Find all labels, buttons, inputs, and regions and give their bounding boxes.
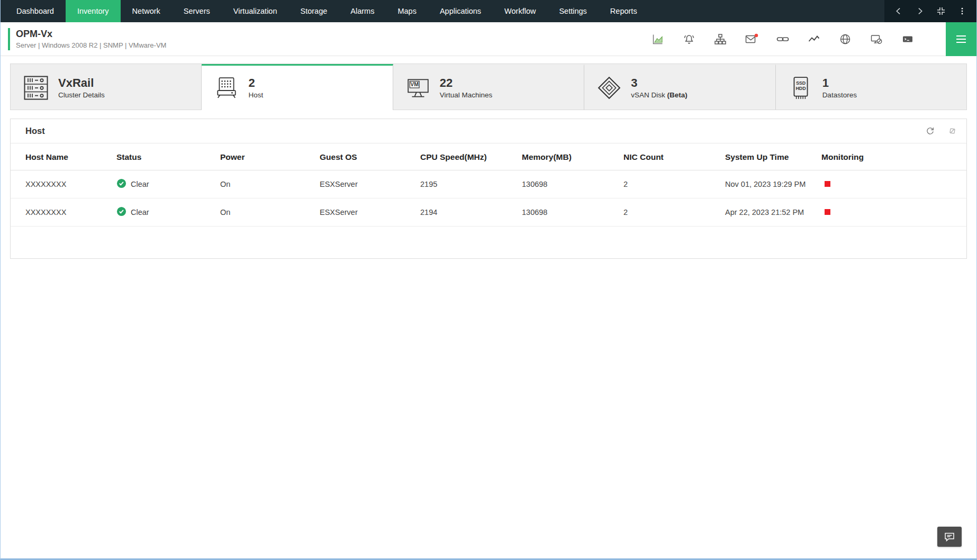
cell-status: Clear [111, 198, 215, 227]
col-status: Status [111, 143, 215, 170]
auto-refresh-icon[interactable] [949, 128, 956, 134]
cell-nic-count: 2 [618, 198, 720, 227]
globe-icon[interactable] [838, 32, 852, 46]
card-subtitle: Cluster Details [58, 91, 105, 99]
clear-status-icon [116, 178, 126, 190]
panel-title: Host [25, 126, 45, 136]
device-header: OPM-Vx Server | Windows 2008 R2 | SNMP |… [1, 22, 976, 56]
vsan-icon [597, 76, 621, 100]
nav-item-network[interactable]: Network [121, 0, 172, 22]
nav-controls [884, 0, 976, 22]
card-value: 22 [440, 76, 493, 89]
top-nav: Dashboard Inventory Network Servers Virt… [1, 0, 976, 22]
cell-monitoring [816, 170, 966, 198]
col-power: Power [215, 143, 314, 170]
panel-header: Host [11, 119, 966, 143]
cell-nic-count: 2 [618, 170, 720, 198]
cell-guest-os: ESXServer [314, 170, 415, 198]
card-value: 3 [631, 76, 687, 89]
nav-items: Dashboard Inventory Network Servers Virt… [1, 0, 884, 22]
cluster-icon [23, 75, 49, 101]
feedback-chat-button[interactable] [937, 527, 962, 547]
cell-cpu-speed: 2195 [415, 170, 517, 198]
nav-item-storage[interactable]: Storage [289, 0, 339, 22]
nav-item-inventory[interactable]: Inventory [66, 0, 121, 22]
cell-host-name: XXXXXXXX [11, 198, 111, 227]
nav-item-alarms[interactable]: Alarms [339, 0, 386, 22]
menu-icon[interactable] [946, 22, 976, 56]
card-vsan-disk[interactable]: 3 vSAN Disk (Beta) [584, 64, 775, 110]
performance-chart-icon[interactable] [651, 32, 665, 46]
cell-cpu-speed: 2194 [415, 198, 517, 227]
table-row[interactable]: XXXXXXXX Clear On ESXServer 2195 130698 … [11, 170, 966, 198]
cell-memory: 130698 [517, 198, 618, 227]
host-table: Host Name Status Power Guest OS CPU Spee… [11, 143, 966, 258]
card-host[interactable]: 2 Host [202, 64, 393, 110]
page-title: OPM-Vx [16, 29, 166, 40]
table-row[interactable]: XXXXXXXX Clear On ESXServer 2194 130698 … [11, 198, 966, 227]
card-subtitle: vSAN Disk (Beta) [631, 91, 687, 99]
title-block: OPM-Vx Server | Windows 2008 R2 | SNMP |… [16, 29, 166, 49]
cell-guest-os: ESXServer [314, 198, 415, 227]
cell-power: On [215, 198, 314, 227]
col-monitoring: Monitoring [816, 143, 966, 170]
cell-uptime: Nov 01, 2023 19:29 PM [720, 170, 816, 198]
compress-icon[interactable] [934, 4, 948, 18]
cell-memory: 130698 [517, 170, 618, 198]
card-subtitle: Virtual Machines [440, 91, 493, 99]
nav-item-maps[interactable]: Maps [386, 0, 428, 22]
link-icon[interactable] [776, 32, 790, 46]
card-subtitle: Host [248, 91, 263, 99]
device-status-icon[interactable] [870, 32, 883, 46]
table-filler-row [11, 227, 966, 258]
card-title: VxRail [58, 76, 105, 89]
summary-cards: VxRail Cluster Details 2 Host VM 22 Virt… [10, 64, 967, 110]
card-value: 2 [248, 76, 263, 89]
host-panel: Host Host Name Status Power G [10, 119, 967, 259]
svg-text:SSD: SSD [796, 80, 806, 85]
kebab-icon[interactable] [955, 4, 969, 18]
nav-item-servers[interactable]: Servers [172, 0, 222, 22]
col-guest-os: Guest OS [314, 143, 415, 170]
vm-icon: VM [406, 76, 430, 100]
col-cpu-speed: CPU Speed(MHz) [415, 143, 517, 170]
svg-text:HDD: HDD [795, 86, 806, 91]
cell-uptime: Apr 22, 2023 21:52 PM [720, 198, 816, 227]
alarm-icon[interactable] [682, 32, 696, 46]
col-system-up-time: System Up Time [720, 143, 816, 170]
nav-item-dashboard[interactable]: Dashboard [5, 0, 66, 22]
card-value: 1 [822, 76, 857, 89]
col-memory: Memory(MB) [517, 143, 618, 170]
nav-item-workflow[interactable]: Workflow [493, 0, 547, 22]
card-datastores[interactable]: SSDHDD 1 Datastores [776, 64, 966, 110]
nav-item-settings[interactable]: Settings [547, 0, 598, 22]
col-nic-count: NIC Count [618, 143, 720, 170]
header-toolbar [651, 22, 976, 56]
card-virtual-machines[interactable]: VM 22 Virtual Machines [393, 64, 584, 110]
clear-status-icon [116, 206, 126, 218]
mail-icon[interactable] [745, 32, 758, 46]
cell-status: Clear [111, 170, 215, 198]
table-header-row: Host Name Status Power Guest OS CPU Spee… [11, 143, 966, 170]
app-window: Dashboard Inventory Network Servers Virt… [0, 0, 977, 560]
topology-icon[interactable] [713, 32, 727, 46]
col-host-name: Host Name [11, 143, 111, 170]
accent-bar [8, 28, 10, 50]
host-icon [214, 76, 239, 100]
card-subtitle: Datastores [822, 91, 857, 99]
page-subtitle: Server | Windows 2008 R2 | SNMP | VMware… [16, 41, 166, 49]
trend-icon[interactable] [807, 32, 821, 46]
cell-host-name: XXXXXXXX [11, 170, 111, 198]
monitoring-red-indicator [825, 209, 830, 215]
datastore-icon: SSDHDD [789, 76, 813, 100]
nav-item-reports[interactable]: Reports [599, 0, 649, 22]
cell-monitoring [816, 198, 966, 227]
card-cluster-details[interactable]: VxRail Cluster Details [11, 64, 202, 110]
refresh-icon[interactable] [925, 126, 935, 136]
chevron-right-icon[interactable] [913, 4, 927, 18]
nav-item-virtualization[interactable]: Virtualization [222, 0, 289, 22]
chevron-left-icon[interactable] [892, 4, 906, 18]
console-icon[interactable] [901, 32, 915, 46]
nav-item-applications[interactable]: Applications [428, 0, 493, 22]
cell-power: On [215, 170, 314, 198]
